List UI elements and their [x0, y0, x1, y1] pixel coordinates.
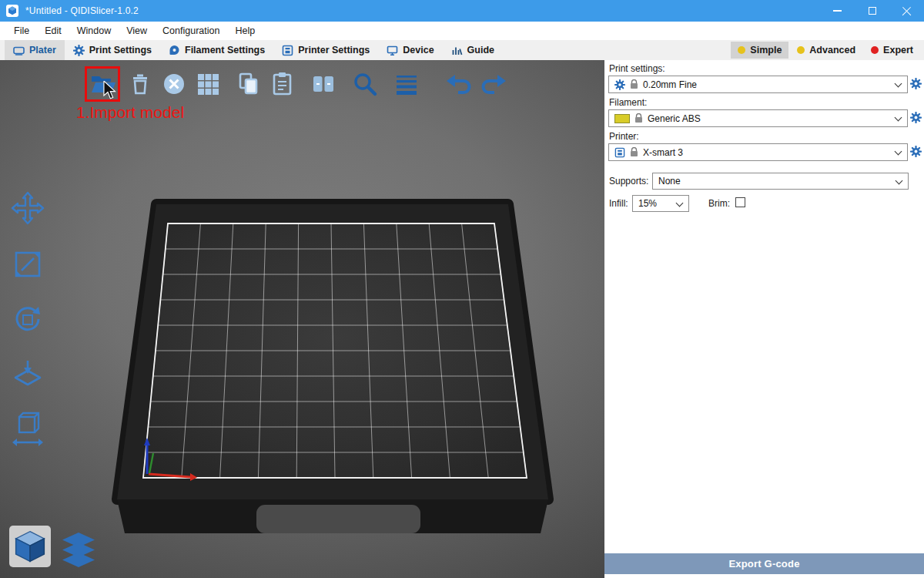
iso-view-cube-icon [12, 528, 48, 565]
menu-edit[interactable]: Edit [37, 22, 69, 40]
tab-printer-settings-label: Printer Settings [298, 45, 370, 55]
tab-printer-settings[interactable]: Printer Settings [273, 40, 378, 60]
delete-icon[interactable] [126, 70, 154, 98]
print-bed-scene [0, 60, 604, 578]
chevron-down-icon [895, 114, 902, 122]
printer-value: X-smart 3 [643, 147, 683, 158]
supports-label: Supports: [609, 176, 648, 187]
print-settings-value: 0.20mm Fine [643, 79, 697, 90]
3d-viewport[interactable]: 1.Import model [0, 60, 604, 578]
guide-icon [451, 45, 463, 56]
paste-icon[interactable] [269, 70, 296, 98]
print-settings-label: Print settings: [609, 63, 665, 74]
printer-gear-button[interactable] [910, 146, 922, 157]
variable-layer-height-icon[interactable] [392, 70, 421, 99]
printer-icon [282, 45, 293, 56]
measure-icon[interactable] [11, 411, 45, 448]
brim-label: Brim: [708, 198, 730, 209]
infill-value: 15% [638, 198, 657, 209]
settings-panel: Print settings: 0.20mm Fine Filament: Ge… [604, 60, 924, 578]
scale-icon[interactable] [11, 247, 45, 281]
close-button[interactable] [889, 0, 924, 22]
minimize-button[interactable] [820, 0, 855, 22]
menu-bar: File Edit Window View Configuration Help [0, 22, 924, 40]
arrange-icon[interactable] [194, 70, 222, 98]
tab-guide-label: Guide [467, 45, 494, 55]
print-settings-dropdown[interactable]: 0.20mm Fine [608, 76, 908, 93]
supports-value: None [658, 176, 681, 187]
expert-mode-icon [871, 46, 879, 54]
mode-advanced[interactable]: Advanced [790, 42, 862, 59]
gear-icon [910, 78, 922, 89]
filament-icon [169, 45, 180, 56]
mode-switcher: Simple Advanced Expert [731, 40, 920, 60]
device-icon [387, 45, 398, 56]
filament-color-swatch [614, 114, 630, 123]
chevron-down-icon [895, 148, 902, 156]
lock-icon [634, 113, 643, 123]
chevron-down-icon [676, 200, 684, 207]
filament-label: Filament: [609, 97, 647, 108]
printer-label: Printer: [609, 131, 639, 142]
brim-checkbox[interactable] [735, 197, 745, 207]
maximize-button[interactable] [855, 0, 889, 22]
menu-help[interactable]: Help [227, 22, 263, 40]
simple-mode-icon [738, 46, 745, 54]
gear-icon [910, 146, 922, 157]
export-gcode-button[interactable]: Export G-code [604, 553, 924, 574]
filament-gear-button[interactable] [910, 112, 922, 123]
plater-icon [13, 45, 25, 56]
window-title: *Untitled - QIDISlicer-1.0.2 [25, 5, 139, 16]
delete-all-icon[interactable] [160, 70, 188, 98]
copy-icon[interactable] [235, 70, 263, 98]
menu-configuration[interactable]: Configuration [155, 22, 227, 40]
advanced-mode-icon [797, 46, 805, 54]
mode-advanced-label: Advanced [809, 45, 855, 55]
import-annotation: 1.Import model [76, 103, 184, 122]
tab-bar: Plater Print Settings Filament Settings … [0, 40, 924, 60]
mode-expert-label: Expert [883, 45, 913, 55]
cursor-pointer-icon [103, 81, 116, 99]
printer-dropdown[interactable]: X-smart 3 [608, 143, 908, 161]
filament-dropdown[interactable]: Generic ABS [608, 109, 908, 127]
layers-view-icon[interactable] [60, 532, 97, 567]
app-logo-icon [6, 5, 18, 17]
split-objects-icon[interactable] [310, 70, 337, 98]
titlebar: *Untitled - QIDISlicer-1.0.2 [0, 0, 924, 22]
rotate-icon[interactable] [11, 303, 45, 337]
iso-view-button[interactable] [9, 526, 51, 567]
close-icon [902, 6, 912, 16]
chevron-down-icon [896, 177, 903, 185]
maximize-icon [869, 7, 876, 15]
lock-icon [630, 79, 638, 89]
redo-icon[interactable] [479, 70, 508, 99]
window-controls [820, 0, 924, 22]
print-settings-gear-button[interactable] [910, 78, 922, 89]
filament-value: Generic ABS [648, 113, 701, 124]
search-icon[interactable] [350, 70, 380, 99]
tab-plater[interactable]: Plater [5, 40, 65, 60]
qidislicer-window: *Untitled - QIDISlicer-1.0.2 File Edit W… [0, 0, 924, 578]
tab-filament-settings-label: Filament Settings [185, 45, 265, 55]
tab-plater-label: Plater [29, 45, 56, 55]
tab-print-settings[interactable]: Print Settings [65, 40, 160, 60]
menu-view[interactable]: View [119, 22, 155, 40]
menu-file[interactable]: File [6, 22, 37, 40]
mode-simple-label: Simple [750, 45, 782, 55]
tab-print-settings-label: Print Settings [89, 45, 152, 55]
tab-filament-settings[interactable]: Filament Settings [160, 40, 273, 60]
tab-guide[interactable]: Guide [443, 40, 503, 60]
supports-dropdown[interactable]: None [652, 173, 909, 190]
undo-icon[interactable] [444, 70, 474, 99]
tab-device[interactable]: Device [378, 40, 442, 60]
printer-icon [614, 147, 625, 158]
gear-icon [614, 79, 625, 90]
chevron-down-icon [895, 80, 902, 88]
menu-window[interactable]: Window [69, 22, 119, 40]
mode-expert[interactable]: Expert [864, 42, 920, 59]
bed-handle-cutout [256, 505, 420, 533]
infill-dropdown[interactable]: 15% [632, 195, 689, 212]
mode-simple[interactable]: Simple [731, 42, 788, 59]
place-on-face-icon[interactable] [11, 358, 45, 392]
move-icon[interactable] [11, 191, 45, 225]
